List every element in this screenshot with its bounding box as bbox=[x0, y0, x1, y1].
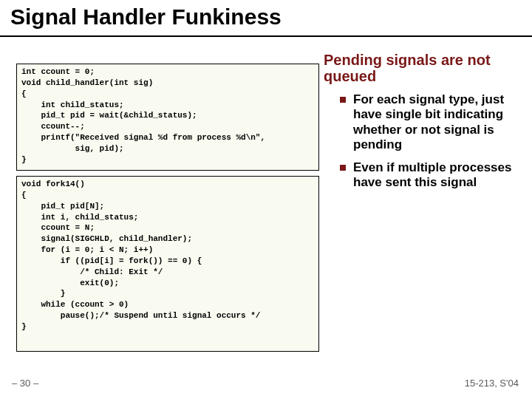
bullet-list: For each signal type, just have single b… bbox=[340, 92, 525, 197]
subheading: Pending signals are not queued bbox=[324, 52, 522, 85]
bullet-item: For each signal type, just have single b… bbox=[340, 92, 525, 153]
bullet-text: Even if multiple processes have sent thi… bbox=[353, 160, 525, 191]
code-block-fork: void fork14() { pid_t pid[N]; int i, chi… bbox=[16, 176, 319, 352]
course-label: 15-213, S'04 bbox=[465, 378, 519, 389]
bullet-text: For each signal type, just have single b… bbox=[353, 92, 525, 153]
bullet-item: Even if multiple processes have sent thi… bbox=[340, 160, 525, 191]
bullet-square-icon bbox=[340, 97, 346, 103]
slide-number: – 30 – bbox=[12, 378, 38, 389]
bullet-square-icon bbox=[340, 165, 346, 171]
title-bar: Signal Handler Funkiness bbox=[0, 0, 532, 37]
code-block-handler: int ccount = 0; void child_handler(int s… bbox=[16, 64, 319, 171]
slide-title: Signal Handler Funkiness bbox=[10, 4, 522, 30]
